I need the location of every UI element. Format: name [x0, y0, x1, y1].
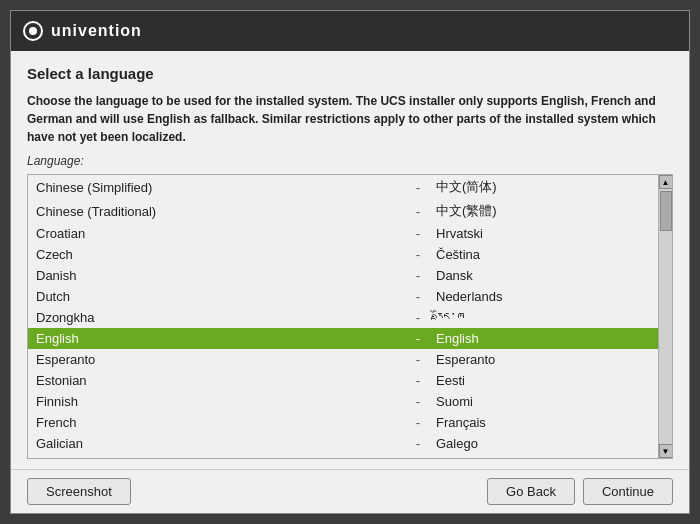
language-row[interactable]: Dzongkha - རྫོང་ཁ — [28, 307, 658, 328]
scrollbar-thumb[interactable] — [660, 191, 672, 231]
language-row[interactable]: Chinese (Traditional) - 中文(繁體) — [28, 199, 658, 223]
language-native: Hrvatski — [428, 223, 658, 244]
language-name: Galician — [28, 433, 408, 454]
language-dash: - — [408, 175, 428, 199]
language-native: 中文(繁體) — [428, 199, 658, 223]
language-row[interactable]: Danish - Dansk — [28, 265, 658, 286]
language-name: Dutch — [28, 286, 408, 307]
language-dash: - — [408, 454, 428, 458]
language-row[interactable]: French - Français — [28, 412, 658, 433]
language-dash: - — [408, 199, 428, 223]
footer-bar: Screenshot Go Back Continue — [11, 469, 689, 513]
language-table-scroll[interactable]: Chinese (Simplified) - 中文(简体) Chinese (T… — [28, 175, 658, 458]
language-name: French — [28, 412, 408, 433]
screenshot-button[interactable]: Screenshot — [27, 478, 131, 505]
language-row[interactable]: Georgian - ქართული — [28, 454, 658, 458]
univention-logo-icon — [23, 21, 43, 41]
language-dash: - — [408, 265, 428, 286]
svg-point-1 — [29, 27, 37, 35]
language-native: Esperanto — [428, 349, 658, 370]
language-row[interactable]: English - English — [28, 328, 658, 349]
language-native: Dansk — [428, 265, 658, 286]
language-native: 中文(简体) — [428, 175, 658, 199]
logo-text: univention — [51, 22, 142, 40]
language-row[interactable]: Croatian - Hrvatski — [28, 223, 658, 244]
language-name: Finnish — [28, 391, 408, 412]
language-native: English — [428, 328, 658, 349]
language-name: Danish — [28, 265, 408, 286]
language-name: Chinese (Simplified) — [28, 175, 408, 199]
header-bar: univention — [11, 11, 689, 51]
scrollbar-track: ▲ ▼ — [658, 175, 672, 458]
language-name: Esperanto — [28, 349, 408, 370]
language-dash: - — [408, 307, 428, 328]
language-native: Eesti — [428, 370, 658, 391]
language-name: Estonian — [28, 370, 408, 391]
language-row[interactable]: Czech - Čeština — [28, 244, 658, 265]
go-back-button[interactable]: Go Back — [487, 478, 575, 505]
language-dash: - — [408, 433, 428, 454]
language-dash: - — [408, 391, 428, 412]
scrollbar-down-button[interactable]: ▼ — [659, 444, 673, 458]
language-dash: - — [408, 223, 428, 244]
language-name: Georgian — [28, 454, 408, 458]
language-row[interactable]: Dutch - Nederlands — [28, 286, 658, 307]
language-row[interactable]: Esperanto - Esperanto — [28, 349, 658, 370]
language-dash: - — [408, 370, 428, 391]
language-row[interactable]: Estonian - Eesti — [28, 370, 658, 391]
language-native: Nederlands — [428, 286, 658, 307]
page-title: Select a language — [27, 65, 673, 82]
language-native: Galego — [428, 433, 658, 454]
language-native: Čeština — [428, 244, 658, 265]
language-row[interactable]: Finnish - Suomi — [28, 391, 658, 412]
language-dash: - — [408, 328, 428, 349]
language-native: Suomi — [428, 391, 658, 412]
language-dash: - — [408, 349, 428, 370]
description-text: Choose the language to be used for the i… — [27, 92, 673, 146]
language-dash: - — [408, 412, 428, 433]
language-name: English — [28, 328, 408, 349]
language-native: Français — [428, 412, 658, 433]
language-table-container: Chinese (Simplified) - 中文(简体) Chinese (T… — [27, 174, 673, 459]
continue-button[interactable]: Continue — [583, 478, 673, 505]
language-name: Chinese (Traditional) — [28, 199, 408, 223]
language-dash: - — [408, 244, 428, 265]
language-name: Czech — [28, 244, 408, 265]
language-label: Language: — [27, 154, 673, 168]
content-area: Select a language Choose the language to… — [11, 51, 689, 469]
scrollbar-up-button[interactable]: ▲ — [659, 175, 673, 189]
language-name: Dzongkha — [28, 307, 408, 328]
language-name: Croatian — [28, 223, 408, 244]
language-row[interactable]: Chinese (Simplified) - 中文(简体) — [28, 175, 658, 199]
language-native: ქართული — [428, 454, 658, 458]
language-row[interactable]: Galician - Galego — [28, 433, 658, 454]
main-window: univention Select a language Choose the … — [10, 10, 690, 514]
language-native: རྫོང་ཁ — [428, 307, 658, 328]
language-dash: - — [408, 286, 428, 307]
language-table: Chinese (Simplified) - 中文(简体) Chinese (T… — [28, 175, 658, 458]
